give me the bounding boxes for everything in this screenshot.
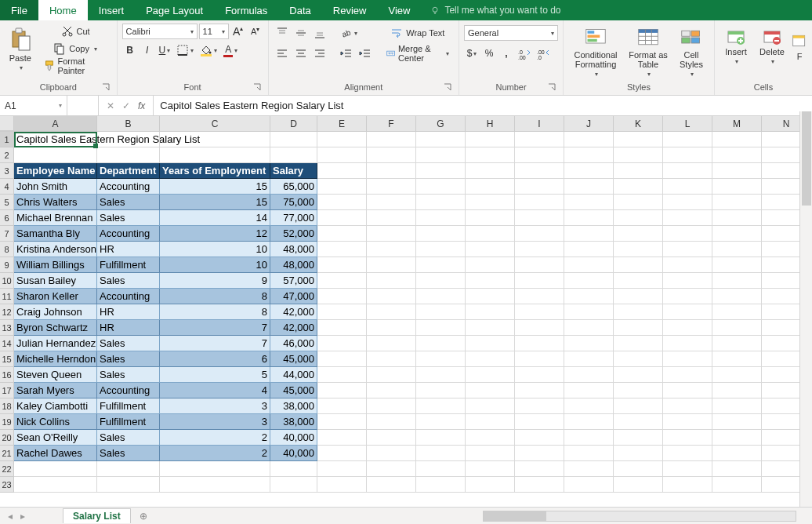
cell-B3[interactable]: Department: [97, 163, 160, 179]
cell-H20[interactable]: [466, 430, 515, 446]
cell-D1[interactable]: [270, 132, 317, 147]
cell-D2[interactable]: [270, 147, 317, 163]
format-cells-button[interactable]: F: [792, 24, 807, 68]
cell-G2[interactable]: [416, 147, 466, 163]
cell-M8[interactable]: [712, 242, 762, 257]
increase-font-button[interactable]: A▴: [230, 24, 246, 39]
cell-E7[interactable]: [317, 226, 367, 242]
cell-A10[interactable]: Susan Bailey: [14, 273, 97, 289]
cell-E19[interactable]: [317, 414, 367, 430]
align-right-button[interactable]: [311, 45, 328, 61]
cell-D20[interactable]: 40,000: [270, 430, 317, 446]
cell-H23[interactable]: [466, 477, 515, 493]
decrease-decimal-button[interactable]: .00.0: [535, 45, 552, 61]
column-header-E[interactable]: E: [317, 116, 367, 131]
cell-J16[interactable]: [564, 367, 614, 383]
cell-E6[interactable]: [317, 210, 367, 226]
cell-M7[interactable]: [712, 226, 762, 242]
cell-D23[interactable]: [270, 477, 317, 493]
cell-L23[interactable]: [663, 477, 712, 493]
cell-A21[interactable]: Rachel Dawes: [14, 446, 97, 461]
dialog-launcher-icon[interactable]: [101, 82, 111, 92]
cell-H12[interactable]: [466, 304, 515, 320]
increase-indent-button[interactable]: [357, 45, 374, 61]
row-header-9[interactable]: 9: [0, 257, 14, 273]
cell-M11[interactable]: [712, 289, 762, 304]
cell-C6[interactable]: 14: [160, 210, 270, 226]
font-color-button[interactable]: A▾: [221, 42, 240, 58]
cell-M2[interactable]: [712, 147, 762, 163]
row-header-18[interactable]: 18: [0, 398, 14, 414]
cell-A23[interactable]: [14, 477, 97, 493]
vertical-scrollbar[interactable]: [799, 111, 812, 507]
cell-B11[interactable]: Accounting: [97, 289, 160, 304]
cell-M13[interactable]: [712, 320, 762, 336]
cell-C10[interactable]: 9: [160, 273, 270, 289]
cell-H15[interactable]: [466, 351, 515, 367]
cell-D18[interactable]: 38,000: [270, 398, 317, 414]
cell-F19[interactable]: [367, 414, 416, 430]
row-header-7[interactable]: 7: [0, 226, 14, 242]
cell-K14[interactable]: [614, 336, 663, 351]
cell-L9[interactable]: [663, 257, 712, 273]
cell-J17[interactable]: [564, 383, 614, 398]
format-as-table-button[interactable]: Format as Table▾: [626, 24, 670, 81]
cell-L4[interactable]: [663, 179, 712, 195]
cell-L10[interactable]: [663, 273, 712, 289]
cell-G10[interactable]: [416, 273, 466, 289]
cell-H18[interactable]: [466, 398, 515, 414]
cell-I19[interactable]: [515, 414, 564, 430]
cell-A7[interactable]: Samantha Bly: [14, 226, 97, 242]
merge-center-button[interactable]: Merge & Center▾: [382, 45, 454, 61]
cell-M12[interactable]: [712, 304, 762, 320]
cell-C9[interactable]: 10: [160, 257, 270, 273]
cell-I15[interactable]: [515, 351, 564, 367]
cell-E4[interactable]: [317, 179, 367, 195]
cell-J9[interactable]: [564, 257, 614, 273]
cell-G20[interactable]: [416, 430, 466, 446]
fill-color-button[interactable]: ▾: [198, 42, 219, 58]
cell-L5[interactable]: [663, 195, 712, 210]
italic-button[interactable]: I: [140, 42, 155, 58]
cell-G17[interactable]: [416, 383, 466, 398]
cell-C11[interactable]: 8: [160, 289, 270, 304]
align-top-button[interactable]: [274, 25, 291, 41]
cell-H10[interactable]: [466, 273, 515, 289]
sheet-nav-prev[interactable]: ◂: [8, 511, 13, 522]
cell-K18[interactable]: [614, 398, 663, 414]
cell-L6[interactable]: [663, 210, 712, 226]
cell-K20[interactable]: [614, 430, 663, 446]
cell-L3[interactable]: [663, 163, 712, 179]
cell-M22[interactable]: [712, 461, 762, 477]
cell-B14[interactable]: Sales: [97, 336, 160, 351]
font-name-select[interactable]: Calibri▾: [122, 24, 198, 39]
cell-E17[interactable]: [317, 383, 367, 398]
cell-B16[interactable]: Sales: [97, 367, 160, 383]
cell-K2[interactable]: [614, 147, 663, 163]
currency-button[interactable]: $▾: [464, 45, 480, 61]
cell-J20[interactable]: [564, 430, 614, 446]
sheet-tab-active[interactable]: Salary List: [63, 508, 131, 523]
cell-F1[interactable]: [367, 132, 416, 147]
cell-G18[interactable]: [416, 398, 466, 414]
cell-A22[interactable]: [14, 461, 97, 477]
row-header-22[interactable]: 22: [0, 461, 14, 477]
cell-F13[interactable]: [367, 320, 416, 336]
row-header-10[interactable]: 10: [0, 273, 14, 289]
tab-home[interactable]: Home: [38, 0, 88, 20]
cell-F12[interactable]: [367, 304, 416, 320]
paste-button[interactable]: Paste ▾: [5, 24, 36, 75]
cell-H22[interactable]: [466, 461, 515, 477]
cell-E3[interactable]: [317, 163, 367, 179]
cell-J15[interactable]: [564, 351, 614, 367]
cell-F21[interactable]: [367, 446, 416, 461]
comma-button[interactable]: ,: [498, 45, 514, 61]
cell-J8[interactable]: [564, 242, 614, 257]
delete-cells-button[interactable]: Delete▾: [756, 24, 788, 68]
cell-F7[interactable]: [367, 226, 416, 242]
cell-F11[interactable]: [367, 289, 416, 304]
cell-I21[interactable]: [515, 446, 564, 461]
cell-C2[interactable]: [160, 147, 270, 163]
wrap-text-button[interactable]: Wrap Text: [382, 25, 454, 41]
cell-I17[interactable]: [515, 383, 564, 398]
